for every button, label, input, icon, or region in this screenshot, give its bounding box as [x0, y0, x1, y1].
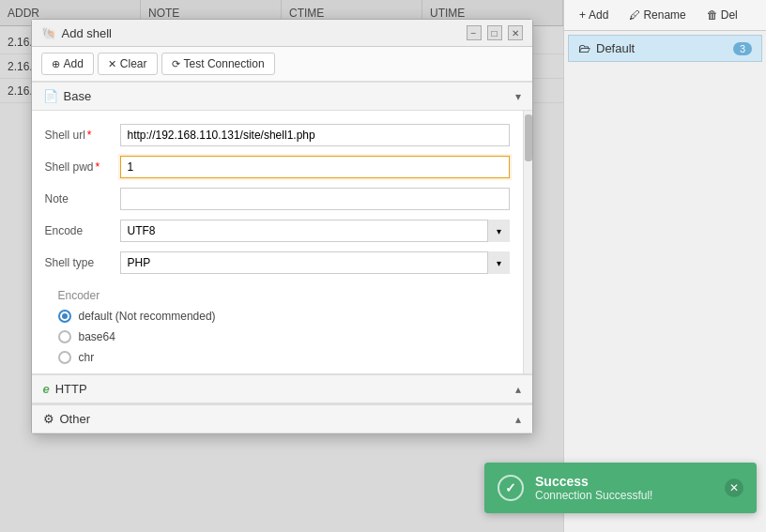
minimize-button[interactable]: −: [467, 25, 482, 40]
note-label: Note: [45, 192, 120, 205]
shell-icon: 🐚: [41, 26, 56, 40]
chevron-up-icon: ▴: [515, 383, 521, 396]
shell-type-select-wrap: PHP ASP ASPX JSP CUSTOM ▾: [120, 251, 510, 274]
shell-url-row: Shell url*: [45, 124, 510, 146]
shell-url-input[interactable]: [120, 124, 510, 146]
close-button[interactable]: ✕: [508, 25, 523, 40]
radio-default-label: default (Not recommended): [79, 310, 216, 323]
radio-base64-label: base64: [79, 330, 115, 343]
shell-type-row: Shell type PHP ASP ASPX JSP CUSTOM ▾: [45, 251, 510, 274]
chevron-up-icon: ▴: [515, 413, 521, 426]
add-folder-button[interactable]: + Add: [572, 6, 616, 24]
scrollbar-thumb: [525, 114, 532, 161]
encoder-label: Encoder: [58, 289, 497, 302]
success-check-icon: ✓: [498, 475, 524, 501]
http-section-header[interactable]: e HTTP ▴: [32, 374, 532, 403]
clear-icon: ✕: [108, 58, 116, 70]
rename-folder-button[interactable]: 🖊 Rename: [621, 6, 693, 24]
plus-icon: ⊕: [52, 58, 60, 70]
del-folder-button[interactable]: 🗑 Del: [699, 6, 745, 24]
encoder-section: Encoder default (Not recommended) base64…: [45, 283, 510, 373]
modal-scrollbar[interactable]: [523, 111, 532, 373]
plus-icon: +: [579, 8, 586, 22]
radio-base64-row: base64: [58, 330, 497, 343]
encode-row: Encode UTF8 GBK GB2312 BIG5 LATIN1 ▾: [45, 220, 510, 242]
encode-select[interactable]: UTF8 GBK GB2312 BIG5 LATIN1: [120, 220, 510, 242]
trash-icon: 🗑: [707, 8, 718, 22]
radio-chr[interactable]: [58, 351, 71, 364]
right-panel-toolbar: + Add 🖊 Rename 🗑 Del: [564, 0, 766, 31]
radio-base64[interactable]: [58, 330, 71, 343]
folder-count-badge: 3: [733, 42, 752, 55]
folder-icon: 🗁: [578, 41, 590, 55]
other-section: ⚙ Other ▴: [32, 403, 532, 433]
encode-select-wrap: UTF8 GBK GB2312 BIG5 LATIN1 ▾: [120, 220, 510, 242]
folder-item-default[interactable]: 🗁 Default 3: [568, 35, 762, 62]
base-icon: 📄: [43, 89, 58, 103]
modal-overlay: 🐚 Add shell − □ ✕ ⊕ Add ✕ Clear ⟳ Test C…: [0, 0, 563, 532]
shell-pwd-input[interactable]: [120, 156, 510, 178]
shell-pwd-label: Shell pwd*: [45, 160, 120, 174]
maximize-button[interactable]: □: [487, 25, 502, 40]
toast-text: Success Connection Successful!: [535, 474, 713, 502]
shell-url-label: Shell url*: [45, 129, 120, 142]
shell-type-label: Shell type: [45, 256, 120, 269]
modal-titlebar: 🐚 Add shell − □ ✕: [32, 20, 532, 47]
right-panel: + Add 🖊 Rename 🗑 Del 🗁 Default 3: [563, 0, 766, 532]
toast-close-button[interactable]: ✕: [725, 479, 743, 497]
shell-type-select[interactable]: PHP ASP ASPX JSP CUSTOM: [120, 251, 510, 274]
radio-chr-row: chr: [58, 351, 497, 364]
modal-title: Add shell: [62, 26, 112, 40]
encode-label: Encode: [45, 224, 120, 237]
shell-pwd-row: Shell pwd*: [45, 156, 510, 178]
radio-default[interactable]: [58, 310, 71, 323]
modal-form: Shell url* Shell pwd* Note: [32, 111, 523, 373]
http-icon: e: [43, 382, 50, 396]
test-connection-button[interactable]: ⟳ Test Connection: [161, 53, 275, 75]
radio-default-row: default (Not recommended): [58, 310, 497, 323]
connection-icon: ⟳: [172, 58, 180, 70]
success-toast: ✓ Success Connection Successful! ✕: [484, 463, 757, 513]
modal-toolbar: ⊕ Add ✕ Clear ⟳ Test Connection: [32, 47, 532, 82]
http-section: e HTTP ▴: [32, 373, 532, 403]
note-row: Note: [45, 188, 510, 210]
toast-title: Success: [535, 474, 713, 489]
add-shell-modal: 🐚 Add shell − □ ✕ ⊕ Add ✕ Clear ⟳ Test C…: [31, 19, 533, 434]
chevron-down-icon: ▾: [515, 90, 521, 103]
modal-body: Shell url* Shell pwd* Note: [32, 111, 532, 373]
clear-button[interactable]: ✕ Clear: [98, 53, 158, 75]
other-section-header[interactable]: ⚙ Other ▴: [32, 404, 532, 433]
note-input[interactable]: [120, 188, 510, 210]
gear-icon: ⚙: [43, 412, 54, 426]
toast-message: Connection Successful!: [535, 489, 713, 502]
base-section-header[interactable]: 📄 Base ▾: [32, 82, 532, 111]
radio-chr-label: chr: [79, 351, 95, 364]
rename-icon: 🖊: [629, 8, 640, 22]
add-button[interactable]: ⊕ Add: [41, 53, 94, 75]
